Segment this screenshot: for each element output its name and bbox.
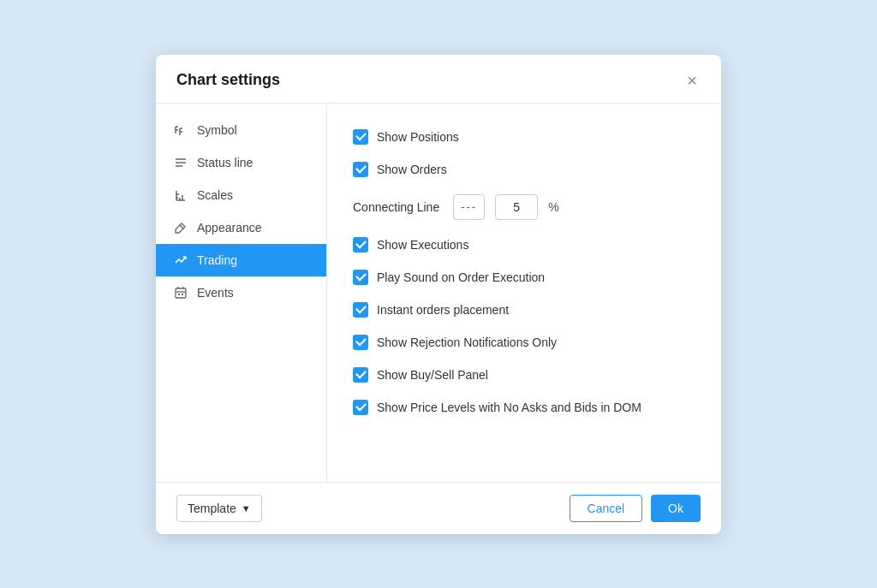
status-line-icon: [173, 155, 188, 170]
sidebar-label-status-line: Status line: [197, 156, 253, 169]
label-show-orders: Show Orders: [377, 163, 447, 176]
label-show-executions: Show Executions: [377, 238, 468, 252]
setting-show-orders: Show Orders: [353, 153, 695, 186]
label-instant-orders: Instant orders placement: [377, 303, 509, 317]
svg-rect-23: [182, 294, 183, 295]
checkbox-play-sound[interactable]: [353, 270, 368, 285]
cancel-button[interactable]: Cancel: [570, 495, 643, 522]
checkbox-show-orders[interactable]: [353, 162, 368, 177]
connecting-line-style-select[interactable]: ---: [453, 194, 485, 220]
label-show-positions: Show Positions: [377, 130, 459, 144]
svg-line-15: [180, 225, 183, 229]
sidebar-label-appearance: Appearance: [197, 221, 262, 235]
trading-icon: [173, 252, 188, 268]
connecting-line-label: Connecting Line: [353, 200, 439, 214]
setting-show-price-levels: Show Price Levels with No Asks and Bids …: [353, 391, 695, 424]
sidebar-item-trading[interactable]: Trading: [156, 244, 326, 276]
sidebar-label-events: Events: [197, 286, 234, 300]
sidebar-item-scales[interactable]: Scales: [156, 179, 326, 211]
setting-instant-orders: Instant orders placement: [353, 294, 695, 326]
template-label: Template: [188, 502, 236, 515]
chevron-down-icon: ▼: [242, 503, 251, 514]
events-icon: [173, 285, 188, 300]
setting-play-sound: Play Sound on Order Execution: [353, 261, 695, 294]
sidebar-item-events[interactable]: Events: [156, 276, 326, 309]
chart-settings-dialog: Chart settings × Symbol: [156, 55, 721, 534]
checkbox-show-buysell[interactable]: [353, 367, 368, 383]
dialog-body: Symbol Status line: [156, 104, 721, 482]
label-show-rejection: Show Rejection Notifications Only: [377, 336, 557, 349]
dialog-title: Chart settings: [176, 71, 280, 89]
checkbox-show-price-levels[interactable]: [353, 400, 368, 415]
checkbox-instant-orders[interactable]: [353, 302, 368, 318]
svg-rect-22: [178, 294, 180, 295]
checkbox-show-executions[interactable]: [353, 237, 368, 252]
settings-content: Show Positions Show Orders Connecting Li…: [327, 104, 721, 482]
connecting-line-value-input[interactable]: [495, 194, 538, 220]
sidebar-item-appearance[interactable]: Appearance: [156, 211, 326, 244]
sidebar: Symbol Status line: [156, 104, 327, 482]
dialog-header: Chart settings ×: [156, 55, 721, 104]
sidebar-item-status-line[interactable]: Status line: [156, 146, 326, 179]
scales-icon: [173, 187, 188, 203]
setting-show-rejection: Show Rejection Notifications Only: [353, 326, 695, 359]
sidebar-label-trading: Trading: [197, 253, 237, 267]
symbol-icon: [173, 122, 188, 138]
label-show-buysell: Show Buy/Sell Panel: [377, 368, 488, 382]
dialog-footer: Template ▼ Cancel Ok: [156, 482, 721, 534]
setting-show-buysell: Show Buy/Sell Panel: [353, 359, 695, 391]
template-button[interactable]: Template ▼: [176, 495, 262, 522]
label-show-price-levels: Show Price Levels with No Asks and Bids …: [377, 401, 641, 414]
setting-show-executions: Show Executions: [353, 229, 695, 261]
footer-actions: Cancel Ok: [570, 495, 701, 522]
setting-show-positions: Show Positions: [353, 121, 695, 153]
sidebar-label-symbol: Symbol: [197, 123, 237, 137]
percent-label: %: [548, 200, 558, 214]
ok-button[interactable]: Ok: [651, 495, 701, 522]
appearance-icon: [173, 220, 188, 235]
svg-rect-18: [176, 288, 186, 298]
checkbox-show-rejection[interactable]: [353, 335, 368, 350]
checkbox-show-positions[interactable]: [353, 129, 368, 145]
close-button[interactable]: ×: [683, 70, 701, 91]
sidebar-item-symbol[interactable]: Symbol: [156, 114, 326, 146]
sidebar-label-scales: Scales: [197, 188, 233, 202]
label-play-sound: Play Sound on Order Execution: [377, 270, 545, 284]
connecting-line-row: Connecting Line --- %: [353, 186, 695, 229]
